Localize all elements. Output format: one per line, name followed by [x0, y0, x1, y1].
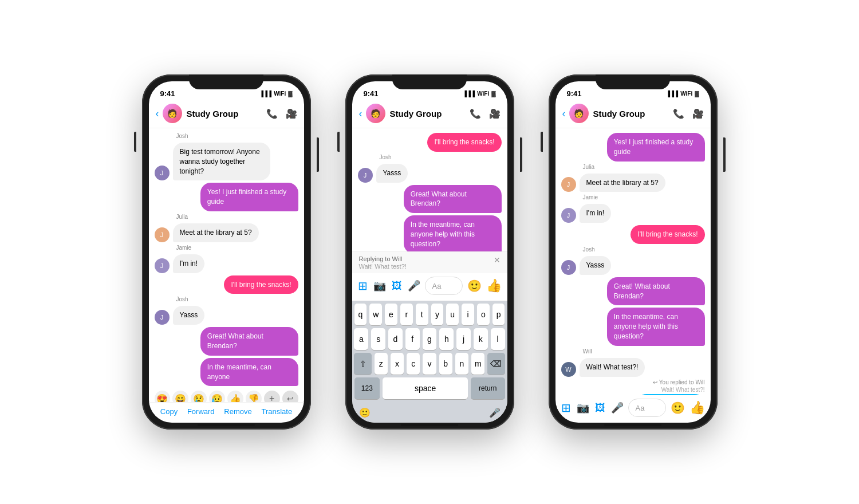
key-q[interactable]: q: [354, 304, 367, 325]
msg-row-p3-4: I'll bring the snacks!: [561, 225, 705, 244]
key-e[interactable]: e: [385, 304, 397, 325]
reaction-thumbup[interactable]: 👍: [227, 391, 243, 402]
emoji-keyboard-icon[interactable]: 🙂: [359, 407, 371, 418]
key-c[interactable]: c: [407, 353, 420, 375]
msg-row-p2-1: I'll bring the snacks!: [358, 133, 502, 152]
reaction-sweat[interactable]: 😥: [209, 391, 225, 402]
reaction-add-button[interactable]: +: [264, 391, 280, 402]
key-x[interactable]: x: [391, 353, 404, 375]
bubble-p3-1: Yes! I just finished a study guide: [607, 133, 705, 162]
grid-icon[interactable]: ⊞: [358, 279, 368, 293]
key-b[interactable]: b: [439, 353, 452, 375]
key-z[interactable]: z: [375, 353, 388, 375]
key-d[interactable]: d: [388, 328, 403, 350]
sender-will-p3: Will: [583, 348, 705, 355]
camera-icon-3[interactable]: 📷: [577, 401, 589, 414]
status-icons-2: ▐▐▐ WiFi ▓: [463, 90, 496, 97]
back-button-1[interactable]: ‹: [156, 108, 159, 120]
key-l[interactable]: l: [491, 328, 505, 350]
grid-icon-3[interactable]: ⊞: [561, 401, 571, 415]
reaction-thumbdown[interactable]: 👎: [246, 391, 262, 402]
msg-row-7: Great! What about Brendan?: [155, 327, 298, 356]
reaction-smile[interactable]: 😄: [172, 391, 188, 402]
key-p[interactable]: p: [492, 304, 505, 325]
key-j[interactable]: j: [456, 328, 471, 350]
key-shift[interactable]: ⇧: [354, 353, 371, 375]
key-o[interactable]: o: [477, 304, 490, 325]
wifi-icon-1: WiFi: [274, 90, 286, 97]
sender-julia-p3: Julia: [583, 164, 705, 170]
key-n[interactable]: n: [455, 353, 468, 375]
msg-row-4: J I'm in!: [155, 254, 298, 273]
camera-icon[interactable]: 📷: [373, 279, 386, 292]
msg-row-p3-5: J Yasss: [561, 256, 705, 275]
key-a[interactable]: a: [354, 328, 368, 350]
video-call-icon-3[interactable]: 🎥: [692, 108, 704, 119]
key-g[interactable]: g: [423, 328, 437, 350]
message-input-3[interactable]: Aa: [628, 399, 666, 417]
key-f[interactable]: f: [405, 328, 420, 350]
bubble-8: In the meantime, can anyone: [200, 358, 298, 387]
key-u[interactable]: u: [446, 304, 459, 325]
back-button-3[interactable]: ‹: [562, 108, 566, 120]
mic-icon[interactable]: 🎤: [408, 279, 420, 292]
phones-container: 9:41 ▐▐▐ WiFi ▓ ‹ 🧑 Study Group 📞 🎥 J: [142, 74, 718, 430]
bubble-5: I'll bring the snacks!: [224, 275, 298, 294]
photo-icon-3[interactable]: 🖼: [595, 402, 605, 414]
bubble-p2-3: Great! What about Brendan?: [404, 185, 502, 214]
phone-call-icon-3[interactable]: 📞: [673, 108, 684, 119]
video-call-icon-2[interactable]: 🎥: [489, 108, 501, 119]
photo-icon[interactable]: 🖼: [392, 280, 402, 292]
mic-icon-3[interactable]: 🎤: [611, 401, 624, 414]
key-123[interactable]: 123: [354, 377, 380, 399]
like-icon-2[interactable]: 👍: [486, 278, 502, 293]
msg-row-p3-2: J Meet at the library at 5?: [561, 174, 705, 192]
key-w[interactable]: w: [369, 304, 382, 325]
mic-keyboard-icon[interactable]: 🎤: [489, 407, 501, 418]
key-return[interactable]: return: [471, 377, 505, 399]
video-call-icon-1[interactable]: 🎥: [286, 108, 297, 119]
group-name-2: Study Group: [390, 109, 470, 119]
group-name-1: Study Group: [187, 109, 266, 119]
key-r[interactable]: r: [400, 304, 413, 325]
msg-row-p3-8: W Wait! What test?!: [561, 358, 705, 377]
remove-button[interactable]: Remove: [224, 407, 251, 416]
phone-call-icon-2[interactable]: 📞: [470, 108, 481, 119]
forward-button[interactable]: Forward: [187, 407, 215, 416]
status-time-1: 9:41: [160, 89, 175, 98]
avatar-josh-1: J: [155, 166, 170, 180]
key-s[interactable]: s: [371, 328, 385, 350]
like-icon-3[interactable]: 👍: [689, 400, 705, 415]
key-space[interactable]: space: [383, 377, 468, 399]
reaction-reply-button[interactable]: ↩: [282, 391, 298, 402]
bubble-6: Yasss: [173, 306, 205, 325]
phone-2-screen: 9:41 ▐▐▐ WiFi ▓ ‹ 🧑 Study Group 📞 🎥: [352, 81, 507, 423]
reply-orig-text: Wait! What test?!: [661, 387, 705, 393]
back-button-2[interactable]: ‹: [359, 108, 362, 120]
key-backspace[interactable]: ⌫: [487, 353, 505, 375]
emoji-icon-3[interactable]: 🙂: [671, 401, 685, 415]
reply-close-button[interactable]: ✕: [494, 255, 501, 265]
bubble-p3-7: In the meantime, can anyone help with th…: [607, 308, 705, 345]
reply-banner-2: Replying to Will Wait! What test?! ✕: [352, 251, 507, 273]
key-y[interactable]: y: [431, 304, 444, 325]
key-h[interactable]: h: [439, 328, 454, 350]
key-i[interactable]: i: [462, 304, 474, 325]
message-input-2[interactable]: Aa: [425, 277, 463, 295]
sender-jamie-p3: Jamie: [583, 194, 705, 200]
chat-header-3: ‹ 🧑 Study Group 📞 🎥: [555, 100, 711, 128]
copy-button[interactable]: Copy: [160, 407, 178, 416]
phone-1-screen: 9:41 ▐▐▐ WiFi ▓ ‹ 🧑 Study Group 📞 🎥 J: [149, 81, 304, 423]
phone-call-icon-1[interactable]: 📞: [266, 108, 278, 119]
reaction-cry[interactable]: 😢: [191, 391, 207, 402]
translate-button[interactable]: Translate: [261, 407, 292, 416]
msg-row-p3-3: J I'm in!: [561, 204, 705, 223]
emoji-icon-2[interactable]: 🙂: [467, 279, 482, 293]
key-t[interactable]: t: [416, 304, 428, 325]
reply-to-label: ↩ You replied to Will: [653, 379, 704, 385]
reaction-love[interactable]: 😍: [155, 391, 171, 402]
battery-icon-2: ▓: [491, 90, 495, 97]
key-v[interactable]: v: [423, 353, 436, 375]
key-k[interactable]: k: [474, 328, 488, 350]
key-m[interactable]: m: [471, 353, 484, 375]
